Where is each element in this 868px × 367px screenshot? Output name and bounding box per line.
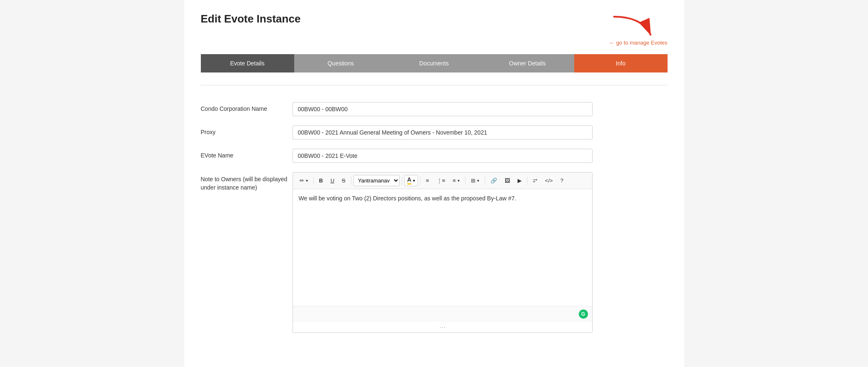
image-btn[interactable]: 🖼 [501, 175, 513, 186]
ordered-list-icon: ⋮≡ [437, 177, 445, 184]
fullscreen-icon: ⥂ [533, 177, 538, 184]
color-dropdown-arrow: ▾ [413, 178, 415, 183]
evote-name-label: EVote Name [201, 149, 293, 159]
table-btn[interactable]: ⊞ ▾ [468, 175, 483, 186]
image-icon: 🖼 [505, 177, 510, 184]
note-row: Note to Owners (will be displayed under … [201, 172, 668, 333]
table-dropdown-arrow: ▾ [477, 178, 479, 183]
note-label: Note to Owners (will be displayed under … [201, 172, 293, 192]
fullscreen-btn[interactable]: ⥂ [530, 175, 541, 186]
link-btn[interactable]: 🔗 [487, 175, 500, 186]
separator-1 [313, 177, 314, 185]
tab-evote-details[interactable]: Evote Details [201, 54, 294, 72]
align-icon: ≡ [453, 177, 456, 184]
separator-2 [351, 177, 351, 185]
tab-owner-details[interactable]: Owner Details [481, 54, 574, 72]
video-btn[interactable]: ▶ [514, 175, 525, 186]
tab-questions[interactable]: Questions [294, 54, 388, 72]
arrow-indicator [609, 12, 668, 37]
editor-toolbar: ✏ ▾ B U S Yantr [293, 172, 592, 189]
form-section: Condo Corporation Name Proxy EVote Name … [201, 98, 668, 346]
top-right-area: go to manage Evotes [609, 12, 668, 46]
rich-text-editor: ✏ ▾ B U S Yantr [293, 172, 593, 333]
help-btn[interactable]: ? [557, 175, 567, 186]
tab-bar: Evote Details Questions Documents Owner … [201, 54, 668, 72]
font-color-indicator: A [407, 177, 411, 184]
font-family-dropdown[interactable]: Yantramanav [353, 175, 400, 186]
video-icon: ▶ [518, 177, 522, 184]
unordered-list-btn[interactable]: ≡ [423, 175, 433, 186]
condo-corp-row: Condo Corporation Name [201, 102, 668, 116]
editor-resize-handle[interactable]: ⋯ [293, 322, 592, 332]
proxy-row: Proxy [201, 125, 668, 140]
separator-7 [527, 177, 528, 185]
table-icon: ⊞ [471, 177, 475, 184]
separator-3 [402, 177, 402, 185]
separator-4 [420, 177, 420, 185]
evote-name-row: EVote Name [201, 149, 668, 163]
code-icon: </> [545, 177, 553, 184]
tab-info[interactable]: Info [574, 54, 668, 72]
proxy-input[interactable] [293, 125, 593, 140]
strikethrough-btn[interactable]: S [338, 175, 349, 186]
underline-btn[interactable]: U [327, 175, 338, 186]
red-arrow-icon [609, 12, 659, 42]
separator-5 [465, 177, 465, 185]
link-icon: 🔗 [490, 177, 497, 184]
ordered-list-btn[interactable]: ⋮≡ [433, 175, 449, 186]
pen-icon: ✏ [300, 177, 304, 184]
editor-bottom-bar: G [293, 306, 592, 322]
formatting-dropdown-arrow: ▾ [306, 178, 308, 183]
align-dropdown-arrow: ▾ [458, 178, 460, 183]
help-icon: ? [560, 177, 563, 184]
code-view-btn[interactable]: </> [542, 175, 556, 186]
formatting-btn[interactable]: ✏ ▾ [296, 175, 311, 186]
condo-corp-input[interactable] [293, 102, 593, 116]
evote-name-input[interactable] [293, 149, 593, 163]
proxy-label: Proxy [201, 125, 293, 135]
bold-btn[interactable]: B [316, 175, 326, 186]
align-btn[interactable]: ≡ ▾ [449, 175, 463, 186]
font-color-btn[interactable]: A ▾ [404, 175, 418, 186]
editor-content-area[interactable]: We will be voting on Two (2) Directors p… [293, 189, 592, 306]
tab-documents[interactable]: Documents [388, 54, 481, 72]
page-title: Edit Evote Instance [201, 12, 301, 25]
grammarly-icon[interactable]: G [579, 310, 588, 319]
condo-corp-label: Condo Corporation Name [201, 102, 293, 112]
unordered-list-icon: ≡ [426, 177, 429, 184]
note-content-text: We will be voting on Two (2) Directors p… [299, 195, 516, 202]
separator-6 [485, 177, 485, 185]
